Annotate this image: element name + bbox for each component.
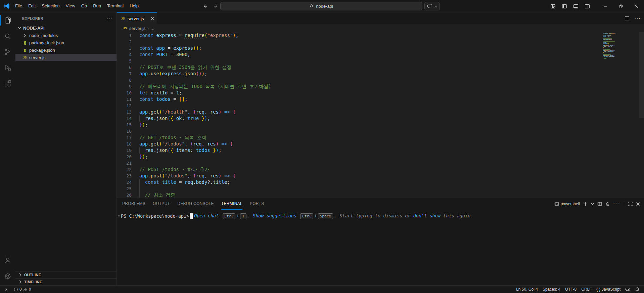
split-editor-icon[interactable] [625, 16, 630, 21]
go-back-button[interactable] [201, 3, 209, 10]
section-outline[interactable]: OUTLINE [15, 271, 117, 278]
json-file-icon: {} [22, 48, 28, 52]
code-text: app.use(express.json()); [132, 71, 207, 77]
line-number: 5 [117, 58, 132, 64]
activity-source-control-icon[interactable] [0, 44, 15, 60]
tree-root-node-api[interactable]: NODE-API [15, 24, 117, 32]
panel-tab-terminal[interactable]: TERMINAL [221, 198, 242, 210]
menu-run[interactable]: Run [90, 0, 104, 12]
problems-status[interactable]: 0 0 [11, 286, 33, 293]
activity-bar [0, 12, 15, 285]
eol[interactable]: CRLF [579, 286, 594, 293]
editor-scrollbar[interactable] [639, 32, 644, 118]
customize-layout-icon[interactable] [549, 2, 557, 11]
menu-view[interactable]: View [63, 0, 78, 12]
panel-tab-problems[interactable]: PROBLEMS [122, 198, 145, 210]
close-tab-icon[interactable] [151, 17, 154, 20]
command-decoration-icon[interactable] [118, 215, 120, 217]
copilot-chat-button[interactable] [424, 2, 440, 10]
cursor-position[interactable]: Ln 50, Col 4 [514, 286, 540, 293]
editor-more-actions-icon[interactable]: ··· [634, 15, 641, 22]
toggle-primary-sidebar-icon[interactable] [560, 2, 569, 11]
breadcrumb[interactable]: JS server.js › … [117, 24, 644, 32]
command-center-search[interactable]: node-api [220, 2, 422, 10]
activity-settings-icon[interactable] [0, 268, 15, 284]
menu-edit[interactable]: Edit [25, 0, 39, 12]
keycap: Ctrl [300, 213, 313, 219]
code-line-26: 26 // 최소 검증 [117, 192, 644, 198]
encoding[interactable]: UTF-8 [563, 286, 579, 293]
line-number: 10 [117, 90, 132, 96]
menu-terminal[interactable]: Terminal [104, 0, 127, 12]
activity-run-and-debug-icon[interactable] [0, 60, 15, 76]
kill-terminal-icon[interactable] [605, 202, 610, 206]
terminal-content[interactable]: PS C:\Workspace\node-api> Open chat Ctrl… [117, 210, 644, 285]
activity-search-icon[interactable] [0, 28, 15, 44]
close-window-button[interactable] [629, 0, 644, 12]
new-terminal-icon[interactable] [583, 202, 588, 206]
remote-indicator[interactable] [2, 286, 11, 293]
terminal-hint-link[interactable]: don't show [413, 213, 441, 218]
tab-server-js[interactable]: JS server.js [117, 12, 157, 24]
panel-tab-debug-console[interactable]: DEBUG CONSOLE [177, 198, 214, 210]
section-timeline[interactable]: TIMELINE [15, 278, 117, 285]
code-text [132, 128, 139, 134]
menu-bar: FileEditSelectionViewGoRunTerminalHelp [12, 0, 142, 12]
tree-item-server-js[interactable]: JSserver.js [15, 54, 117, 61]
terminal-hint-link[interactable]: Open chat [194, 213, 219, 218]
code-editor[interactable]: 1const express = require("express");23co… [117, 32, 644, 198]
minimize-button[interactable] [598, 0, 613, 12]
editor-tabbar: JS server.js ··· [117, 12, 644, 24]
terminal-dropdown-icon[interactable] [591, 203, 594, 205]
minimap-line [602, 55, 639, 56]
tree-item-package-lock-json[interactable]: {}package-lock.json [15, 39, 117, 46]
activity-explorer-icon[interactable] [0, 12, 15, 28]
restore-button[interactable] [613, 0, 629, 12]
sidebar-title: EXPLORER [22, 16, 43, 20]
tree-item-node-modules[interactable]: node_modules [15, 32, 117, 39]
line-number: 15 [117, 122, 132, 128]
menu-selection[interactable]: Selection [39, 0, 62, 12]
bell-icon [635, 287, 640, 292]
code-text [132, 102, 139, 109]
terminal-shell-item[interactable]: powershell [554, 202, 580, 206]
toggle-panel-icon[interactable] [571, 2, 580, 11]
indentation[interactable]: Spaces: 4 [540, 286, 563, 293]
panel-tab-output[interactable]: OUTPUT [153, 198, 170, 210]
explorer-more-actions-icon[interactable]: ··· [107, 16, 112, 21]
notifications-bell[interactable] [633, 286, 642, 293]
menu-go[interactable]: Go [78, 0, 90, 12]
panel-tab-ports[interactable]: PORTS [250, 198, 264, 210]
maximize-panel-icon[interactable] [628, 202, 633, 206]
copilot-status[interactable] [623, 286, 633, 293]
minimap-line [602, 48, 639, 49]
code-line-10: 10let nextId = 1; [117, 90, 644, 96]
panel-more-actions-icon[interactable]: ··· [613, 201, 620, 207]
terminal-hint-link[interactable]: Show suggestions [253, 213, 296, 218]
line-number: 26 [117, 192, 132, 198]
menu-help[interactable]: Help [127, 0, 142, 12]
indent-guide [139, 115, 140, 122]
tree-item-package-json[interactable]: {}package.json [15, 46, 117, 54]
line-number: 4 [117, 51, 132, 58]
section-label: TIMELINE [24, 280, 42, 284]
go-forward-button[interactable] [212, 3, 220, 10]
toggle-secondary-sidebar-icon[interactable] [583, 2, 592, 11]
line-number: 20 [117, 154, 132, 160]
minimap[interactable] [602, 33, 639, 59]
code-text: app.post("/todos", (req, res) => { [132, 173, 236, 179]
split-terminal-icon[interactable] [597, 202, 602, 206]
terminal-prompt: PS C:\Workspace\node-api> [121, 213, 189, 219]
copilot-icon [625, 287, 630, 291]
tree-item-label: server.js [29, 55, 45, 60]
activity-extensions-icon[interactable] [0, 76, 15, 91]
code-line-8: 8 [117, 77, 644, 83]
line-number: 3 [117, 45, 132, 51]
code-text: res.json({ ok: true }); [132, 115, 210, 122]
menu-file[interactable]: File [12, 0, 25, 12]
activity-accounts-icon[interactable] [0, 252, 15, 268]
code-text: const app = express(); [132, 45, 202, 51]
language-mode[interactable]: { }JavaScript [594, 286, 623, 293]
minimap-line [602, 40, 639, 41]
close-panel-icon[interactable] [636, 202, 640, 206]
